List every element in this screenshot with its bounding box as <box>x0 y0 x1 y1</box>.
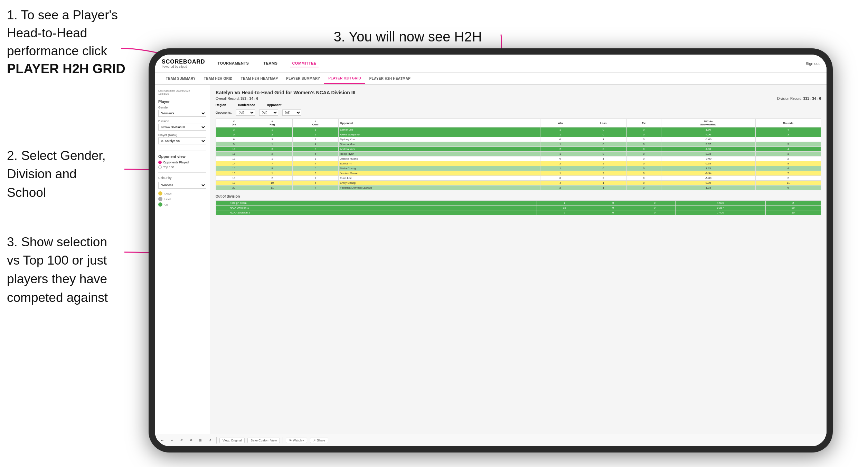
right-content: Katelyn Vo Head-to-Head Grid for Women's… <box>210 85 827 446</box>
conference-filter: Conference <box>238 103 257 107</box>
logo-sub: Powered by clippd <box>162 65 205 68</box>
player-select[interactable]: 8. Katelyn Vo <box>158 137 206 144</box>
gender-select[interactable]: Women's <box>158 110 206 117</box>
sub-nav-player-h2h-heatmap[interactable]: PLAYER H2H HEATMAP <box>365 74 415 83</box>
redo-btn[interactable]: ↩ <box>169 438 176 443</box>
conference-select[interactable]: (All) <box>259 109 278 116</box>
sub-nav-team-h2h-heatmap[interactable]: TEAM H2H HEATMAP <box>237 74 282 83</box>
legend-down: Down <box>158 191 206 196</box>
legend-dot-down <box>158 191 162 196</box>
main-content: Last Updated: 27/03/2024 16:55:38 Player… <box>155 85 827 446</box>
player-rank-label: Player (Rank) <box>158 133 206 137</box>
copy-btn[interactable]: ⧉ <box>188 438 194 443</box>
col-diff: Diff AvStrokes/Rnd <box>661 119 755 127</box>
radio-opponents-played[interactable]: Opponents Played <box>158 161 206 164</box>
division-select[interactable]: NCAA Division III <box>158 124 206 131</box>
colour-by-select[interactable]: Win/loss <box>158 182 206 189</box>
view-original-btn[interactable]: View: Original <box>219 438 245 443</box>
player-section-title: Player <box>158 99 206 104</box>
sub-nav-player-summary[interactable]: PLAYER SUMMARY <box>282 74 324 83</box>
ood-table: Foreign Team 1 0 0 4.500 2 NAIA Division… <box>216 200 821 215</box>
nav-item-teams[interactable]: TEAMS <box>261 60 280 67</box>
bottom-toolbar: ↩ ↩ ↶ ⧉ ⊞ ↺ View: Original Save Custom V… <box>155 434 827 446</box>
col-rounds: Rounds <box>755 119 821 127</box>
opponent-filter: Opponent <box>267 103 283 107</box>
sub-nav-player-h2h-grid[interactable]: PLAYER H2H GRID <box>324 74 365 84</box>
col-tie: Tie <box>627 119 661 127</box>
opponent-view-radios: Opponents Played Top 100 <box>158 161 206 169</box>
legend-level: Level <box>158 197 206 201</box>
refresh-btn[interactable]: ↺ <box>207 438 214 443</box>
top-nav: SCOREBOARD Powered by clippd TOURNAMENTS… <box>155 55 827 73</box>
sign-out-link[interactable]: Sign out <box>806 61 820 66</box>
h2h-table: #Div #Reg #Conf Opponent Win Loss Tie Di… <box>216 118 821 190</box>
save-custom-btn[interactable]: Save Custom View <box>247 438 280 443</box>
gender-label: Gender <box>158 106 206 109</box>
legend-label-level: Level <box>164 198 171 201</box>
out-of-division-title: Out of division <box>216 194 821 198</box>
instruction-1: 1. To see a Player's Head-to-Head perfor… <box>7 6 152 78</box>
tablet-screen: SCOREBOARD Powered by clippd TOURNAMENTS… <box>155 55 827 446</box>
watch-btn[interactable]: 👁 Watch ▾ <box>286 438 307 443</box>
colour-section: Colour by Win/loss Down Level <box>158 176 206 207</box>
tablet-frame: SCOREBOARD Powered by clippd TOURNAMENTS… <box>149 48 833 452</box>
logo-area: SCOREBOARD Powered by clippd <box>162 59 205 68</box>
back-btn[interactable]: ↶ <box>178 438 185 443</box>
app-chrome: SCOREBOARD Powered by clippd TOURNAMENTS… <box>155 55 827 446</box>
toolbar-sep-2 <box>283 437 283 444</box>
instruction-2: 2. Select Gender, Division and School <box>7 128 138 202</box>
last-updated: Last Updated: 27/03/2024 16:55:38 <box>158 89 206 95</box>
opponents-label: Opponents: <box>216 111 232 114</box>
share-btn[interactable]: ↗ Share <box>310 438 328 443</box>
legend-dot-up <box>158 202 162 207</box>
panel-divider-2 <box>158 172 206 173</box>
division-record: Division Record: 331 - 34 - 6 <box>777 97 821 101</box>
radio-top100[interactable]: Top 100 <box>158 165 206 169</box>
radio-dot-top100 <box>158 165 162 169</box>
logo-text: SCOREBOARD <box>162 59 205 65</box>
col-conf: #Conf <box>293 119 339 127</box>
col-reg: #Reg <box>252 119 293 127</box>
toolbar-sep-1 <box>216 437 217 444</box>
panel-divider-1 <box>158 151 206 151</box>
left-panel: Last Updated: 27/03/2024 16:55:38 Player… <box>155 85 210 446</box>
nav-item-committee[interactable]: COMMITTEE <box>290 60 319 67</box>
region-select[interactable]: (All) <box>236 109 255 116</box>
overall-record: Overall Record: 353 - 34 - 6 <box>216 97 258 101</box>
opponent-select[interactable]: (All) <box>282 109 301 116</box>
col-loss: Loss <box>580 119 627 127</box>
division-label: Division <box>158 120 206 123</box>
col-win: Win <box>540 119 580 127</box>
sub-nav: TEAM SUMMARY TEAM H2H GRID TEAM H2H HEAT… <box>155 73 827 85</box>
nav-item-tournaments[interactable]: TOURNAMENTS <box>216 60 251 67</box>
instruction-3-bottom: 3. Show selection vs Top 100 or just pla… <box>7 214 142 307</box>
sub-nav-team-summary[interactable]: TEAM SUMMARY <box>162 74 200 83</box>
nav-right: Sign out <box>806 61 820 66</box>
sub-nav-team-h2h-grid[interactable]: TEAM H2H GRID <box>200 74 237 83</box>
opponent-view-title: Opponent view <box>158 154 206 159</box>
colour-by-label: Colour by <box>158 176 206 180</box>
legend-dot-level <box>158 197 162 201</box>
legend-label-up: Up <box>164 203 168 206</box>
region-filter: Region <box>216 103 228 107</box>
col-div: #Div <box>216 119 252 127</box>
h2h-records: Overall Record: 353 - 34 - 6 Division Re… <box>216 97 821 101</box>
legend-label-down: Down <box>164 192 171 195</box>
h2h-title: Katelyn Vo Head-to-Head Grid for Women's… <box>216 90 821 95</box>
undo-btn[interactable]: ↩ <box>159 438 166 443</box>
legend-up: Up <box>158 202 206 207</box>
paste-btn[interactable]: ⊞ <box>197 438 204 443</box>
nav-items: TOURNAMENTS TEAMS COMMITTEE <box>216 60 806 67</box>
radio-dot-opponents <box>158 161 162 164</box>
col-opponent: Opponent <box>338 119 540 127</box>
